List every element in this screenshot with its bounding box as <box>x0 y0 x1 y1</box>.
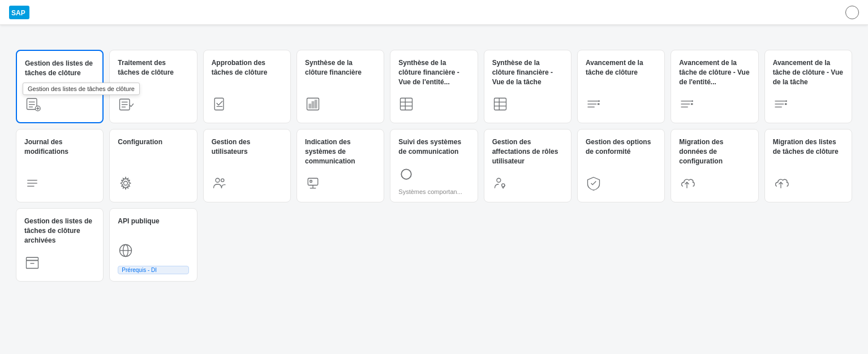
tile-archive-title: Gestion des listes de tâches de clôture … <box>24 217 95 245</box>
svg-rect-57 <box>27 257 38 260</box>
tile-archive[interactable]: Gestion des listes de tâches de clôture … <box>16 208 104 282</box>
tile-migrate-config[interactable]: Migration des données de configuration <box>671 129 758 202</box>
app-header: SAP <box>0 0 868 25</box>
tile-approve-tasks-title: Approbation des tâches de clôture <box>212 58 282 77</box>
tile-monitor-comm[interactable]: Suivi des systèmes de communication Syst… <box>390 129 478 202</box>
tile-config-title: Configuration <box>118 137 188 147</box>
tile-api-badge: Prérequis - DI <box>118 266 188 274</box>
tile-roles-icon <box>492 171 563 195</box>
tile-process-tasks[interactable]: Traitement des tâches de clôture <box>109 50 197 123</box>
tile-manage-lists[interactable]: Gestion des listes de tâches de clôture … <box>16 50 104 123</box>
empty-cell <box>297 208 384 282</box>
sap-logo: SAP <box>9 6 29 19</box>
tile-config[interactable]: Configuration <box>109 129 197 202</box>
tile-synthesis-entity[interactable]: Synthèse de la clôture financière - Vue … <box>390 50 478 123</box>
svg-point-46 <box>216 178 220 182</box>
tile-migrate-lists-title: Migration des listes de tâches de clôtur… <box>773 137 844 157</box>
main-content: Gestion des listes de tâches de clôture … <box>0 25 868 301</box>
tile-progress-entity[interactable]: Avancement de la tâche de clôture - Vue … <box>671 50 758 123</box>
tile-config-icon <box>118 171 188 195</box>
tile-progress-task2-icon <box>773 92 844 116</box>
tile-journal[interactable]: Journal des modifications <box>16 129 104 202</box>
tile-synthesis-fin-title: Synthèse de la clôture financière <box>305 58 376 77</box>
tile-monitor-comm-subtitle: Systèmes comportan... <box>398 188 469 195</box>
tile-users-icon <box>212 171 282 195</box>
tile-progress-task2-title: Avancement de la tâche de clôture - Vue … <box>773 58 844 87</box>
tile-migrate-lists-icon <box>773 171 844 195</box>
tile-synthesis-entity-icon <box>398 92 469 116</box>
tile-progress-entity-title: Avancement de la tâche de clôture - Vue … <box>679 58 750 87</box>
tile-comm-sys-title: Indication des systèmes de communication <box>305 137 376 166</box>
tile-users-title: Gestion des utilisateurs <box>212 137 282 157</box>
svg-rect-17 <box>312 102 314 108</box>
svg-point-47 <box>221 179 224 182</box>
tile-compliance-title: Gestion des options de conformité <box>586 137 656 157</box>
empty-cell <box>203 208 291 282</box>
tile-synthesis-task-icon <box>492 92 563 116</box>
svg-rect-49 <box>310 180 312 183</box>
tile-users[interactable]: Gestion des utilisateurs <box>203 129 291 202</box>
tile-comm-sys[interactable]: Indication des systèmes de communication <box>297 129 384 202</box>
empty-cell <box>390 208 478 282</box>
svg-rect-18 <box>315 100 317 108</box>
tile-progress-task2[interactable]: Avancement de la tâche de clôture - Vue … <box>764 50 852 123</box>
svg-text:SAP: SAP <box>11 9 25 17</box>
tile-manage-lists-icon <box>25 91 94 115</box>
tile-approve-tasks[interactable]: Approbation des tâches de clôture <box>203 50 291 123</box>
tile-journal-icon <box>24 171 95 195</box>
tile-monitor-comm-title: Suivi des systèmes de communication <box>398 137 469 157</box>
svg-rect-23 <box>494 98 506 110</box>
tile-api[interactable]: API publique Prérequis - DI <box>109 208 197 282</box>
help-button[interactable] <box>845 6 859 19</box>
tile-synthesis-fin[interactable]: Synthèse de la clôture financière <box>297 50 384 123</box>
tile-migrate-config-icon <box>679 171 750 195</box>
svg-rect-48 <box>308 178 318 185</box>
tile-api-title: API publique <box>118 217 188 226</box>
tile-grid-row2: Journal des modifications Configuration … <box>16 129 852 202</box>
svg-point-45 <box>124 182 128 185</box>
empty-cell <box>764 208 852 282</box>
tile-grid-row3: Gestion des listes de tâches de clôture … <box>16 208 852 282</box>
tile-synthesis-fin-icon <box>305 92 376 116</box>
svg-rect-19 <box>401 98 412 110</box>
svg-point-52 <box>402 169 412 179</box>
tile-synthesis-task-title: Synthèse de la clôture financière - Vue … <box>492 58 563 87</box>
tile-grid-row1: Gestion des listes de tâches de clôture … <box>16 50 852 123</box>
svg-rect-16 <box>309 104 311 108</box>
tile-journal-title: Journal des modifications <box>24 137 95 157</box>
tile-progress-task-title: Avancement de la tâche de clôture <box>586 58 656 77</box>
tile-api-icon <box>118 238 188 262</box>
tile-approve-tasks-icon <box>212 92 282 116</box>
tile-migrate-config-title: Migration des données de configuration <box>679 137 750 166</box>
tile-progress-task[interactable]: Avancement de la tâche de clôture <box>577 50 665 123</box>
tile-progress-task-icon <box>586 92 656 116</box>
tile-manage-lists-title: Gestion des listes de tâches de clôture <box>25 59 94 78</box>
svg-point-53 <box>497 178 501 182</box>
svg-rect-58 <box>27 261 38 269</box>
tile-compliance[interactable]: Gestion des options de conformité <box>577 129 665 202</box>
tile-migrate-lists[interactable]: Migration des listes de tâches de clôtur… <box>764 129 852 202</box>
tile-process-tasks-title: Traitement des tâches de clôture <box>118 58 188 77</box>
tile-synthesis-entity-title: Synthèse de la clôture financière - Vue … <box>398 58 469 87</box>
tile-progress-entity-icon <box>679 92 750 116</box>
tile-monitor-comm-icon <box>398 162 469 186</box>
tile-compliance-icon <box>586 171 656 195</box>
tile-roles-title: Gestion des affectations de rôles utilis… <box>492 137 563 166</box>
tile-synthesis-task[interactable]: Synthèse de la clôture financière - Vue … <box>484 50 571 123</box>
tile-archive-icon <box>24 250 95 274</box>
tile-roles[interactable]: Gestion des affectations de rôles utilis… <box>484 129 571 202</box>
empty-cell <box>671 208 758 282</box>
tile-comm-sys-icon <box>305 171 376 195</box>
empty-cell <box>484 208 571 282</box>
empty-cell <box>577 208 665 282</box>
tile-process-tasks-icon <box>118 92 188 116</box>
